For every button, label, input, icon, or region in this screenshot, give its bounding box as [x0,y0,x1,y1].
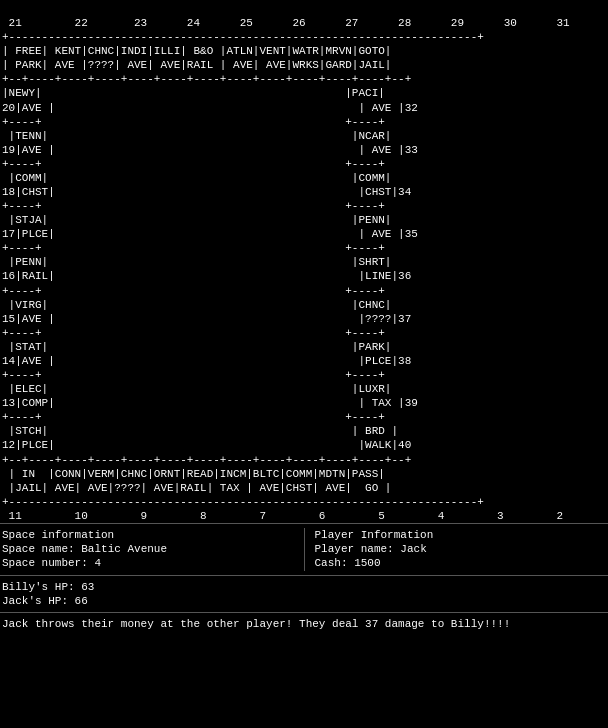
player-cash-label: Cash: [315,557,348,569]
board-row-19c: +----+ +----+ [2,158,385,170]
hp-section: Billy's HP: 63 Jack's HP: 66 [0,575,608,613]
board-row-18b: 18|CHST| |CHST|34 [2,186,411,198]
board-row-14a: |STAT| |PARK| [2,341,391,353]
space-name-line: Space name: Baltic Avenue [2,542,294,556]
board-row-top-names: | FREE| KENT|CHNC|INDI|ILLI| B&O |ATLN|V… [2,45,391,57]
player-name-value: Jack [400,543,426,555]
board-row-14c: +----+ +----+ [2,369,385,381]
space-name-value: Baltic Avenue [81,543,167,555]
board-row-17c: +----+ +----+ [2,242,385,254]
board-top-border: +---------------------------------------… [2,31,484,43]
game-board: 21 22 23 24 25 26 27 28 29 30 31 +------… [0,0,608,523]
board-row-15c: +----+ +----+ [2,327,385,339]
board-row-19a: |TENN| |NCAR| [2,130,391,142]
player-info-panel: Player Information Player name: Jack Cas… [304,528,607,571]
board-row-14b: 14|AVE | |PLCE|38 [2,355,411,367]
player-cash-value: 1500 [354,557,380,569]
game-message: Jack throws their money at the other pla… [2,618,510,630]
board-row-20b: 20|AVE | | AVE |32 [2,102,418,114]
space-name-label: Space name: [2,543,75,555]
space-number-line: Space number: 4 [2,556,294,570]
board-row-top-names2: | PARK| AVE |????| AVE| AVE|RAIL | AVE| … [2,59,391,71]
board-row-bottom-names2: |JAIL| AVE| AVE|????| AVE|RAIL| TAX | AV… [2,482,391,494]
board-row-top-border2: +--+----+----+----+----+----+----+----+-… [2,73,411,85]
board-row-13b: 13|COMP| | TAX |39 [2,397,418,409]
board-row-bottom-border: +--+----+----+----+----+----+----+----+-… [2,454,411,466]
space-number-label: Space number: [2,557,88,569]
board-row-16b: 16|RAIL| |LINE|36 [2,270,411,282]
board-row-20a: |NEWY| |PACI| [2,87,385,99]
board-row-17a: |STJA| |PENN| [2,214,391,226]
message-section: Jack throws their money at the other pla… [0,612,608,635]
player-info-label: Player Information [315,528,607,542]
board-row-18a: |COMM| |COMM| [2,172,391,184]
player-name-label: Player name: [315,543,394,555]
board-row-16a: |PENN| |SHRT| [2,256,391,268]
space-number-value: 4 [94,557,101,569]
board-row-bottom-names: | IN |CONN|VERM|CHNC|ORNT|READ|INCM|BLTC… [2,468,385,480]
board-row-20c: +----+ +----+ [2,116,385,128]
board-row-18c: +----+ +----+ [2,200,385,212]
board-bottom-border: +---------------------------------------… [2,496,484,508]
info-section: Space information Space name: Baltic Ave… [0,523,608,575]
board-row-13c: +----+ +----+ [2,411,385,423]
player-name-line: Player name: Jack [315,542,607,556]
board-row-12a: |STCH| | BRD | [2,425,398,437]
board-row-19b: 19|AVE | | AVE |33 [2,144,418,156]
jack-hp: Jack's HP: 66 [2,594,606,608]
board-row-16c: +----+ +----+ [2,285,385,297]
billy-hp: Billy's HP: 63 [2,580,606,594]
board-row-13a: |ELEC| |LUXR| [2,383,391,395]
board-row-17b: 17|PLCE| | AVE |35 [2,228,418,240]
board-row-15a: |VIRG| |CHNC| [2,299,391,311]
board-row-12b: 12|PLCE| |WALK|40 [2,439,411,451]
board-row-15b: 15|AVE | |????|37 [2,313,411,325]
space-info-label: Space information [2,528,294,542]
board-numbers-top: 21 22 23 24 25 26 27 28 29 30 31 [2,17,570,29]
space-info-panel: Space information Space name: Baltic Ave… [2,528,304,571]
player-cash-line: Cash: 1500 [315,556,607,570]
board-numbers-bottom: 11 10 9 8 7 6 5 4 3 2 1 [2,510,608,522]
